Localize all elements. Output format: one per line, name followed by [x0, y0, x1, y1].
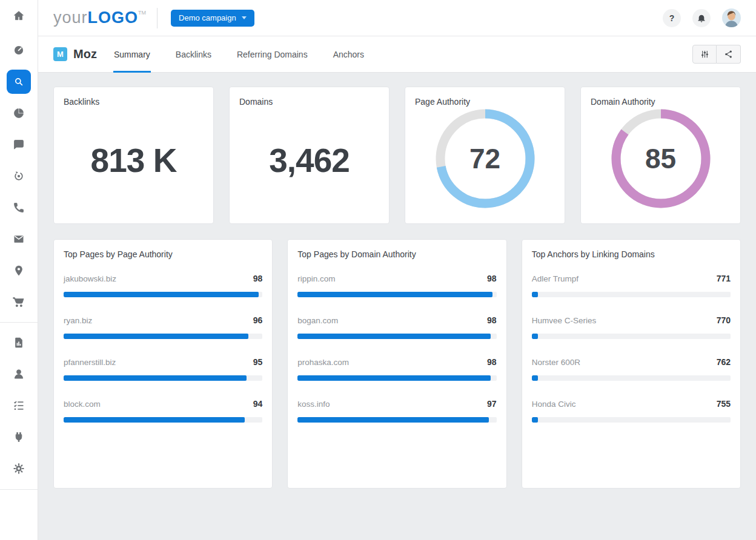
- item-value: 97: [487, 399, 497, 409]
- campaign-selector-label: Demo campaign: [179, 13, 236, 22]
- active-item-highlight: [7, 70, 31, 94]
- progress-track: [532, 292, 731, 297]
- sidebar-item-search[interactable]: [0, 66, 38, 97]
- list-item: pfannerstill.biz95: [64, 357, 262, 381]
- sidebar-item-local[interactable]: [0, 255, 38, 286]
- sidebar-item-home[interactable]: [0, 0, 38, 31]
- item-value: 98: [487, 315, 497, 325]
- list-item: ryan.biz96: [64, 315, 262, 339]
- item-label: ryan.biz: [64, 316, 92, 325]
- tab-referring-domains[interactable]: Referring Domains: [236, 36, 308, 72]
- campaign-selector-button[interactable]: Demo campaign: [171, 10, 254, 27]
- progress-fill: [297, 375, 490, 381]
- item-label: block.com: [64, 400, 101, 409]
- item-label: prohaska.com: [297, 358, 349, 367]
- location-pin-icon: [13, 265, 25, 277]
- logo-prefix: your: [53, 8, 88, 27]
- help-button[interactable]: ?: [663, 9, 681, 27]
- card-title: Top Anchors by Linking Domains: [532, 249, 731, 259]
- item-value: 770: [717, 315, 731, 325]
- progress-fill: [532, 334, 538, 339]
- cart-icon: [13, 296, 25, 308]
- progress-fill: [297, 417, 488, 423]
- share-button[interactable]: [717, 45, 741, 64]
- progress-track: [64, 292, 262, 297]
- item-label: Adler Trumpf: [532, 274, 579, 283]
- panel-actions: [692, 45, 741, 64]
- progress-track: [532, 334, 731, 339]
- list-item: Adler Trumpf771: [532, 274, 731, 297]
- moz-tabs: Summary Backlinks Referring Domains Anch…: [113, 36, 389, 72]
- progress-track: [297, 334, 496, 339]
- chevron-down-icon: [242, 16, 247, 19]
- tab-anchors[interactable]: Anchors: [333, 36, 365, 72]
- progress-fill: [64, 375, 247, 381]
- logo-trademark: TM: [138, 10, 146, 16]
- list-item: jakubowski.biz98: [64, 274, 262, 297]
- progress-track: [532, 417, 731, 423]
- progress-fill: [297, 334, 490, 339]
- list-item: Norster 600R762: [532, 357, 731, 381]
- metric-card-domains: Domains 3,462: [229, 87, 390, 224]
- moz-logo-icon: M: [53, 47, 67, 61]
- list-item: Humvee C-Series770: [532, 315, 731, 339]
- tab-summary[interactable]: Summary: [113, 36, 151, 72]
- sliders-icon: [700, 50, 709, 59]
- search-icon: [13, 76, 24, 87]
- notifications-button[interactable]: [692, 9, 711, 27]
- sidebar-item-integrations[interactable]: [0, 421, 38, 453]
- item-label: koss.info: [297, 400, 330, 409]
- list-item: block.com94: [64, 399, 262, 423]
- domain-authority-value: 85: [611, 109, 711, 208]
- item-label: Honda Civic: [532, 400, 576, 409]
- sidebar-item-ads[interactable]: [0, 160, 38, 192]
- metric-card-backlinks: Backlinks 813 K: [53, 87, 214, 224]
- person-icon: [13, 368, 25, 380]
- sidebar-item-reports[interactable]: [0, 327, 38, 358]
- sidebar-item-ecommerce[interactable]: [0, 286, 38, 318]
- metric-cards-row: Backlinks 813 K Domains 3,462 Page Autho…: [53, 87, 741, 224]
- sidebar-item-tasks[interactable]: [0, 390, 38, 421]
- card-title: Backlinks: [64, 97, 204, 107]
- metric-card-domain-authority: Domain Authority 85: [580, 87, 741, 224]
- app-logo[interactable]: yourLOGOTM: [53, 8, 146, 27]
- card-title: Domain Authority: [591, 97, 731, 107]
- plug-icon: [13, 431, 25, 443]
- list-item: koss.info97: [297, 399, 496, 423]
- sidebar-item-clients[interactable]: [0, 358, 38, 390]
- sidebar-bottom-divider: [0, 489, 38, 490]
- progress-track: [297, 292, 496, 297]
- list-item: bogan.com98: [297, 315, 496, 339]
- domains-value: 3,462: [269, 141, 350, 180]
- sidebar-item-dashboard[interactable]: [0, 35, 38, 66]
- progress-fill: [532, 375, 538, 381]
- question-mark-icon: ?: [669, 13, 675, 23]
- item-value: 771: [717, 274, 731, 283]
- filter-settings-button[interactable]: [692, 45, 717, 64]
- sidebar-item-chat[interactable]: [0, 129, 38, 160]
- topbar-divider: [157, 8, 158, 28]
- page-authority-value: 72: [436, 109, 535, 208]
- tab-backlinks[interactable]: Backlinks: [175, 36, 212, 72]
- progress-track: [532, 375, 731, 381]
- sidebar-item-analytics[interactable]: [0, 97, 38, 129]
- backlinks-value: 813 K: [91, 141, 177, 180]
- item-value: 98: [253, 274, 263, 283]
- domain-authority-donut: 85: [611, 109, 711, 208]
- target-icon: [13, 170, 25, 182]
- list-cards-row: Top Pages by Page Authority jakubowski.b…: [53, 239, 741, 489]
- avatar-photo: [722, 8, 741, 27]
- sidebar-item-calls[interactable]: [0, 192, 38, 223]
- progress-fill: [532, 417, 538, 423]
- item-value: 98: [487, 274, 497, 283]
- list-card-top-pages-da: Top Pages by Domain Authority rippin.com…: [287, 239, 506, 489]
- item-label: pfannerstill.biz: [64, 358, 116, 367]
- moz-brand-name: Moz: [73, 47, 97, 61]
- chat-bubble-icon: [13, 139, 25, 151]
- user-avatar[interactable]: [722, 8, 741, 27]
- item-value: 95: [253, 357, 263, 367]
- pie-chart-icon: [13, 107, 25, 119]
- item-value: 96: [253, 315, 263, 325]
- sidebar-item-email[interactable]: [0, 223, 38, 255]
- sidebar-item-settings[interactable]: [0, 453, 38, 484]
